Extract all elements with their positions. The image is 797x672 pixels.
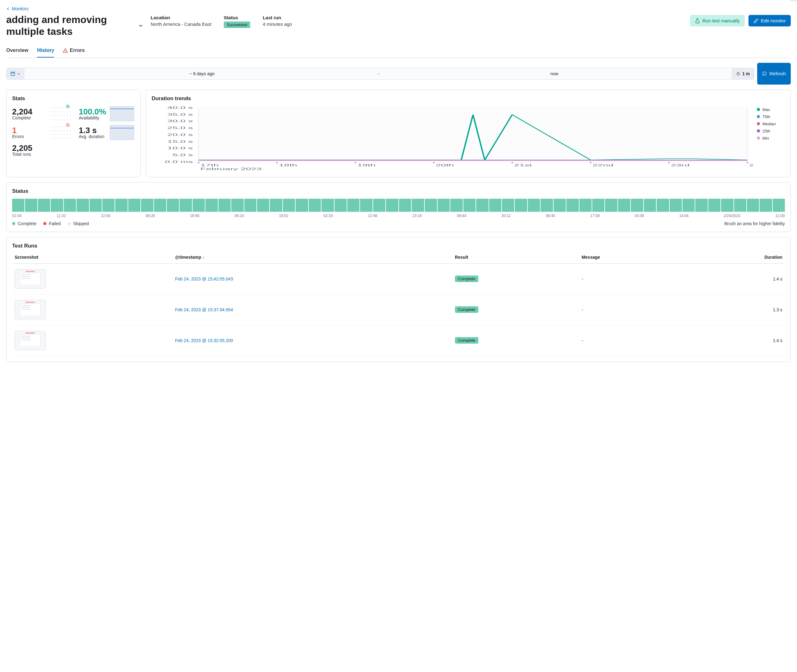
run-test-button[interactable]: Run test manually: [690, 15, 745, 26]
tabs: Overview History Errors: [6, 44, 791, 58]
test-runs-table: Screenshot @timestamp↓ Result Message Du…: [12, 251, 785, 356]
svg-text:24th: 24th: [749, 163, 753, 167]
sort-desc-icon: ↓: [202, 255, 204, 260]
svg-text:22nd: 22nd: [593, 163, 613, 167]
screenshot-thumb[interactable]: [14, 331, 46, 350]
svg-text:20th: 20th: [436, 163, 454, 167]
breadcrumb-label: Monitors: [12, 6, 29, 11]
table-row[interactable]: Feb 24, 2023 @ 15:42:05.043 Complete - 1…: [12, 263, 785, 294]
chevron-down-icon: [138, 23, 143, 28]
flask-icon: [695, 18, 700, 23]
page-title: adding and removing multiple tasks: [6, 14, 133, 38]
svg-text:40.0 s: 40.0 s: [167, 106, 193, 109]
title-dropdown[interactable]: [138, 23, 143, 28]
test-runs-panel: Test Runs Screenshot @timestamp↓ Result …: [6, 237, 791, 362]
table-row[interactable]: Feb 24, 2023 @ 15:32:05.200 Complete - 1…: [12, 325, 785, 356]
svg-text:35.0 s: 35.0 s: [167, 113, 193, 116]
tab-history[interactable]: History: [37, 44, 54, 58]
svg-text:17th: 17th: [200, 163, 219, 167]
date-picker[interactable]: [6, 68, 24, 79]
message-cell: -: [579, 294, 683, 325]
stat-totalruns: 2,205 Total runs: [12, 143, 47, 157]
status-panel: Status 01:0411:3222:0008:2818:5605:2415:…: [6, 182, 791, 232]
meta-location: Location North America - Canada East: [151, 15, 211, 27]
refresh-icon: [762, 71, 767, 76]
warning-icon: [63, 48, 68, 53]
svg-text:20.0 s: 20.0 s: [167, 133, 193, 136]
chart-options-button[interactable]: ▫▫▫: [789, 0, 797, 1]
svg-text:0.0 ms: 0.0 ms: [165, 160, 193, 163]
legend-complete: Complete: [12, 221, 37, 226]
sparkline-complete: [50, 106, 72, 122]
sparkline-errors: [50, 125, 72, 140]
chart-legend: ▫▫▫ Max 75th Median 25th Min: [757, 106, 785, 171]
pencil-icon: [754, 18, 759, 23]
refresh-button[interactable]: Refresh: [757, 63, 791, 85]
svg-rect-1: [11, 72, 14, 75]
breadcrumb-monitors[interactable]: Monitors: [6, 6, 791, 11]
svg-text:25.0 s: 25.0 s: [167, 126, 193, 130]
timestamp-link[interactable]: Feb 24, 2023 @ 15:37:04.954: [175, 307, 233, 312]
col-screenshot[interactable]: Screenshot: [12, 251, 173, 264]
duration-trends-chart[interactable]: 0.0 ms5.0 s10.0 s15.0 s20.0 s25.0 s30.0 …: [152, 106, 753, 171]
result-badge: Complete: [455, 337, 479, 344]
duration-cell: 1.4 s: [683, 325, 785, 356]
stat-availability: 100.0% Availability: [79, 107, 106, 120]
duration-cell: 1.3 s: [683, 294, 785, 325]
calendar-icon: [10, 71, 15, 76]
status-badge: Succeeded: [224, 21, 250, 28]
duration-trends-panel: Duration trends 0.0 ms5.0 s10.0 s15.0 s2…: [146, 90, 791, 177]
col-timestamp[interactable]: @timestamp↓: [173, 251, 452, 264]
time-range[interactable]: ~ 8 days ago → now: [24, 68, 732, 79]
status-strip[interactable]: [12, 199, 785, 212]
stat-errors: 1 Errors: [12, 126, 47, 139]
edit-monitor-button[interactable]: Edit monitor: [749, 15, 791, 26]
message-cell: -: [579, 263, 683, 294]
stat-avgduration: 1.3 s Avg. duration: [79, 126, 106, 139]
table-row[interactable]: Feb 24, 2023 @ 15:37:04.954 Complete - 1…: [12, 294, 785, 325]
tab-errors[interactable]: Errors: [63, 44, 85, 58]
tab-overview[interactable]: Overview: [6, 44, 28, 58]
legend-75th[interactable]: 75th: [757, 114, 785, 119]
legend-median[interactable]: Median: [757, 122, 785, 126]
meta-lastrun: Last run 4 minutes ago: [263, 15, 292, 27]
chevron-left-icon: [6, 7, 10, 11]
timestamp-link[interactable]: Feb 24, 2023 @ 15:42:05.043: [175, 277, 233, 282]
stat-complete: 2,204 Complete: [12, 107, 47, 120]
message-cell: -: [579, 325, 683, 356]
svg-text:5.0 s: 5.0 s: [173, 153, 193, 157]
legend-max[interactable]: Max: [757, 107, 785, 112]
status-ticks: 01:0411:3222:0008:2818:5605:2415:5202:20…: [12, 214, 785, 218]
duration-cell: 1.4 s: [683, 263, 785, 294]
legend-min[interactable]: Min: [757, 136, 785, 141]
col-result[interactable]: Result: [452, 251, 579, 264]
svg-text:10.0 s: 10.0 s: [167, 146, 193, 150]
svg-text:18th: 18th: [279, 163, 297, 167]
svg-text:15.0 s: 15.0 s: [167, 140, 193, 143]
auto-refresh-interval[interactable]: 1 m: [732, 68, 754, 79]
svg-text:21st: 21st: [514, 163, 532, 167]
col-duration[interactable]: Duration: [683, 251, 785, 264]
meta-status: Status Succeeded: [224, 15, 250, 28]
legend-25th[interactable]: 25th: [757, 129, 785, 133]
svg-point-0: [65, 51, 66, 52]
timestamp-link[interactable]: Feb 24, 2023 @ 15:32:05.200: [175, 338, 233, 343]
timer-icon: [736, 72, 740, 76]
result-badge: Complete: [455, 306, 479, 313]
brush-hint: Brush an area for higher fidelity: [724, 221, 785, 226]
sparkline-avgduration: [110, 125, 134, 140]
sparkline-availability: [110, 106, 134, 121]
svg-text:23rd: 23rd: [671, 163, 690, 167]
legend-failed: Failed: [43, 221, 61, 226]
stats-panel: Stats 2,204 Complete 100.0% Availability…: [6, 90, 141, 177]
result-badge: Complete: [455, 275, 479, 282]
screenshot-thumb[interactable]: [14, 269, 46, 289]
arrow-right-icon: →: [376, 71, 380, 76]
screenshot-thumb[interactable]: [14, 300, 46, 319]
col-message[interactable]: Message: [579, 251, 683, 264]
chevron-down-icon: [17, 72, 20, 75]
svg-text:19th: 19th: [357, 163, 375, 167]
svg-text:30.0 s: 30.0 s: [167, 119, 193, 123]
legend-skipped: Skipped: [67, 221, 89, 226]
svg-text:February 2023: February 2023: [200, 167, 261, 171]
